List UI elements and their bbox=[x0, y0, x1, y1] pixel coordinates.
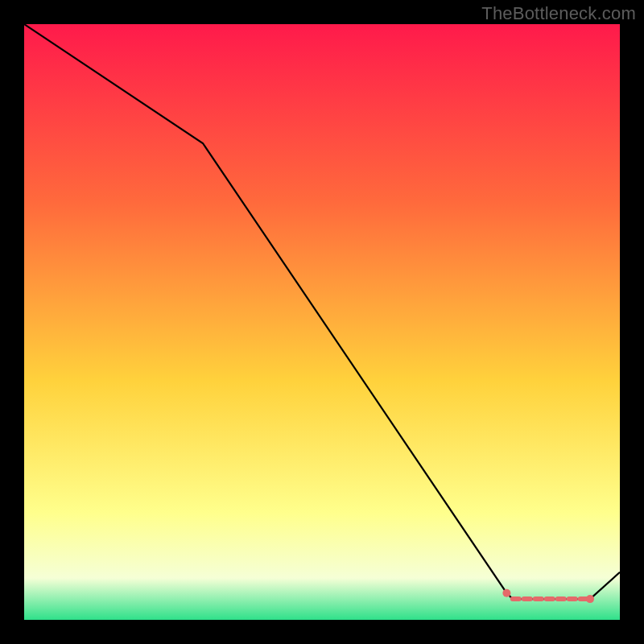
plot-area bbox=[24, 24, 620, 620]
chart-svg bbox=[24, 24, 620, 620]
marker-segment-end bbox=[586, 595, 594, 603]
watermark-label: TheBottleneck.com bbox=[481, 3, 636, 24]
chart-background bbox=[24, 24, 620, 620]
chart-frame: TheBottleneck.com bbox=[0, 0, 644, 644]
marker-segment-start bbox=[502, 589, 510, 597]
